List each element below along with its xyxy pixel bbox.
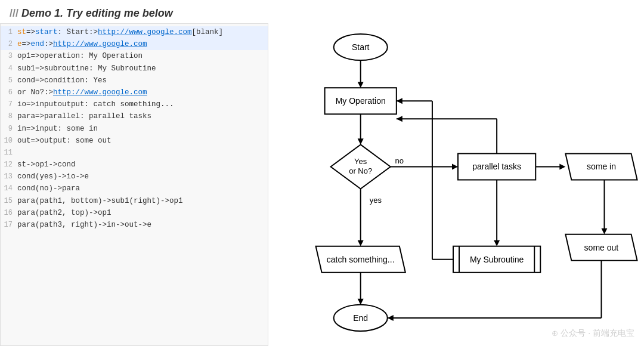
line-num-9: 9 (1, 123, 17, 135)
line-content-5: cond=>condition: Yes (17, 75, 107, 86)
line-content-12: st->op1->cond (17, 159, 76, 171)
arrowhead-cond-para (452, 163, 458, 169)
code-line-3[interactable]: 3 op1=>operation: My Operation (1, 50, 268, 62)
condition-label-yes: Yes (354, 157, 367, 166)
code-line-2[interactable]: 2 e=>end:>http://www.google.com (1, 38, 268, 50)
no-label: no (395, 156, 404, 165)
code-line-14[interactable]: 14 cond(no)->para (1, 183, 268, 194)
line-num-4: 4 (1, 63, 17, 75)
arrowhead-out-end (388, 315, 394, 321)
condition-label-or: or No? (349, 166, 372, 175)
output-label: some out (584, 243, 619, 252)
arrowhead-para-in (559, 163, 565, 169)
line-num-16: 16 (1, 208, 17, 219)
line-num-13: 13 (1, 171, 17, 183)
line-num-17: 17 (1, 220, 17, 231)
line-content-2: e=>end:>http://www.google.com (17, 38, 147, 50)
subroutine-label: My Subroutine (470, 255, 524, 264)
code-line-1[interactable]: 1 st=>start: Start:>http://www.google.co… (1, 26, 268, 38)
code-line-17[interactable]: 17 para(path3, right)->in->out->e (1, 219, 268, 231)
line-content-9: in=>input: some in (17, 123, 98, 135)
code-line-11[interactable]: 11 (1, 147, 268, 159)
line-content-8: para=>parallel: parallel tasks (17, 110, 151, 122)
line-content-3: op1=>operation: My Operation (17, 50, 143, 62)
line-content-16: para(path2, top)->op1 (17, 207, 112, 219)
arrowhead-start-op (358, 82, 364, 88)
parallel-label: parallel tasks (472, 162, 521, 171)
line-content-10: out=>output: some out (17, 135, 112, 147)
line-num-15: 15 (1, 196, 17, 207)
code-line-16[interactable]: 16 para(path2, top)->op1 (1, 207, 268, 219)
code-line-13[interactable]: 13 cond(yes)->io->e (1, 171, 268, 183)
watermark: ⊕ 公众号 · 前端充电宝 (552, 328, 634, 339)
line-content-13: cond(yes)->io->e (17, 171, 89, 183)
arrowhead-op-cond (358, 138, 364, 144)
code-line-7[interactable]: 7 io=>inputoutput: catch something... (1, 98, 268, 110)
line-content-4: sub1=>subroutine: My Subroutine (17, 63, 156, 75)
code-line-9[interactable]: 9 in=>input: some in (1, 123, 268, 135)
operation-label: My Operation (336, 96, 386, 106)
line-num-1: 1 (1, 27, 17, 38)
code-line-12[interactable]: 12 st->op1->cond (1, 159, 268, 171)
arrowhead-para-sub (494, 240, 500, 246)
code-panel[interactable]: 1 st=>start: Start:>http://www.google.co… (0, 23, 268, 346)
line-num-7: 7 (1, 99, 17, 110)
arrowhead-para-top (397, 116, 402, 122)
yes-label: yes (370, 196, 382, 205)
code-line-10[interactable]: 10 out=>output: some out (1, 135, 268, 147)
line-content-6: or No?:>http://www.google.com (17, 86, 147, 98)
line-num-6: 6 (1, 87, 17, 98)
arrowhead-cond-io (358, 240, 364, 246)
arrowhead-io-end (358, 299, 364, 305)
line-num-14: 14 (1, 183, 17, 194)
code-line-8[interactable]: 8 para=>parallel: parallel tasks (1, 110, 268, 122)
flowchart-panel: Start My Operation Yes or No? no paralle… (268, 23, 644, 346)
line-content-14: cond(no)->para (17, 183, 80, 194)
line-content-1: st=>start: Start:>http://www.google.com[… (17, 26, 223, 38)
code-line-15[interactable]: 15 para(path1, bottom)->sub1(right)->op1 (1, 195, 268, 207)
start-label: Start (352, 42, 370, 52)
line-content-7: io=>inputoutput: catch something... (17, 98, 174, 110)
code-line-4[interactable]: 4 sub1=>subroutine: My Subroutine (1, 63, 268, 75)
header: /// Demo 1. Try editing me below (0, 0, 644, 23)
code-line-6[interactable]: 6 or No?:>http://www.google.com (1, 86, 268, 98)
line-num-10: 10 (1, 135, 17, 147)
header-slash: /// (10, 7, 21, 19)
header-title: Demo 1. Try editing me below (21, 7, 173, 19)
end-label: End (353, 313, 368, 323)
line-num-12: 12 (1, 159, 17, 171)
arrowhead-sub-op (397, 98, 402, 104)
line-num-8: 8 (1, 111, 17, 122)
code-line-5[interactable]: 5 cond=>condition: Yes (1, 75, 268, 86)
arrowhead-in-out (601, 228, 607, 234)
line-num-5: 5 (1, 75, 17, 86)
main-content: 1 st=>start: Start:>http://www.google.co… (0, 23, 644, 346)
line-content-11 (17, 147, 22, 159)
io-label: catch something... (327, 255, 395, 264)
line-num-11: 11 (1, 147, 17, 159)
input-label: some in (587, 162, 616, 171)
line-num-2: 2 (1, 39, 17, 50)
line-content-17: para(path3, right)->in->out->e (17, 219, 151, 231)
line-content-15: para(path1, bottom)->sub1(right)->op1 (17, 195, 183, 207)
line-num-3: 3 (1, 51, 17, 62)
